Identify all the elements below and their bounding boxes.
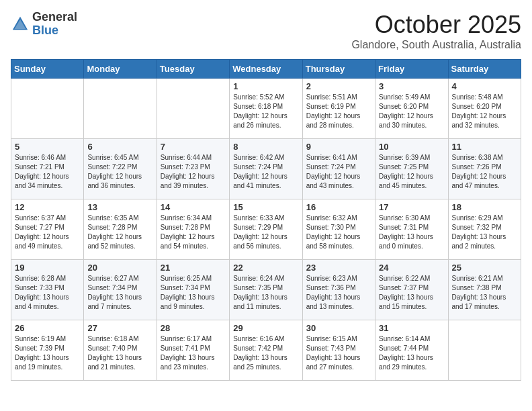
day-info: Sunrise: 6:16 AM Sunset: 7:42 PM Dayligh…	[233, 334, 298, 372]
calendar-cell: 23Sunrise: 6:23 AM Sunset: 7:36 PM Dayli…	[302, 260, 375, 320]
day-info: Sunrise: 6:46 AM Sunset: 7:21 PM Dayligh…	[15, 153, 80, 191]
calendar-cell: 31Sunrise: 6:14 AM Sunset: 7:44 PM Dayli…	[375, 320, 448, 381]
calendar-week-4: 19Sunrise: 6:28 AM Sunset: 7:33 PM Dayli…	[11, 260, 521, 320]
day-info: Sunrise: 6:32 AM Sunset: 7:30 PM Dayligh…	[306, 214, 371, 251]
day-info: Sunrise: 6:19 AM Sunset: 7:39 PM Dayligh…	[15, 334, 80, 372]
day-info: Sunrise: 6:27 AM Sunset: 7:34 PM Dayligh…	[87, 274, 152, 312]
calendar-cell	[157, 79, 229, 139]
day-info: Sunrise: 6:28 AM Sunset: 7:33 PM Dayligh…	[15, 274, 80, 312]
day-number: 2	[306, 81, 371, 91]
calendar-cell: 9Sunrise: 6:41 AM Sunset: 7:24 PM Daylig…	[302, 139, 375, 199]
calendar-cell: 13Sunrise: 6:35 AM Sunset: 7:28 PM Dayli…	[84, 199, 157, 260]
day-number: 16	[306, 202, 371, 212]
calendar-week-1: 1Sunrise: 5:52 AM Sunset: 6:18 PM Daylig…	[11, 79, 521, 139]
calendar-cell: 8Sunrise: 6:42 AM Sunset: 7:24 PM Daylig…	[230, 139, 302, 199]
calendar-cell: 7Sunrise: 6:44 AM Sunset: 7:23 PM Daylig…	[157, 139, 229, 199]
day-number: 5	[15, 142, 80, 152]
calendar-cell: 18Sunrise: 6:29 AM Sunset: 7:32 PM Dayli…	[448, 199, 521, 260]
day-number: 20	[87, 263, 152, 273]
day-info: Sunrise: 6:18 AM Sunset: 7:40 PM Dayligh…	[87, 334, 152, 372]
day-number: 23	[306, 263, 371, 273]
day-info: Sunrise: 6:25 AM Sunset: 7:34 PM Dayligh…	[161, 274, 226, 312]
day-info: Sunrise: 6:34 AM Sunset: 7:28 PM Dayligh…	[161, 214, 226, 251]
day-info: Sunrise: 6:41 AM Sunset: 7:24 PM Dayligh…	[306, 153, 371, 191]
day-number: 21	[161, 263, 226, 273]
calendar-cell: 6Sunrise: 6:45 AM Sunset: 7:22 PM Daylig…	[84, 139, 157, 199]
calendar-cell: 10Sunrise: 6:39 AM Sunset: 7:25 PM Dayli…	[375, 139, 448, 199]
calendar-cell: 2Sunrise: 5:51 AM Sunset: 6:19 PM Daylig…	[302, 79, 375, 139]
day-number: 12	[15, 202, 80, 212]
day-number: 10	[379, 142, 444, 152]
day-info: Sunrise: 6:37 AM Sunset: 7:27 PM Dayligh…	[15, 214, 80, 251]
calendar-cell: 3Sunrise: 5:49 AM Sunset: 6:20 PM Daylig…	[375, 79, 448, 139]
weekday-header-thursday: Thursday	[302, 60, 375, 79]
calendar-cell: 26Sunrise: 6:19 AM Sunset: 7:39 PM Dayli…	[11, 320, 84, 381]
day-number: 4	[452, 81, 517, 91]
calendar-cell: 5Sunrise: 6:46 AM Sunset: 7:21 PM Daylig…	[11, 139, 84, 199]
day-info: Sunrise: 6:39 AM Sunset: 7:25 PM Dayligh…	[379, 153, 444, 191]
day-number: 31	[379, 323, 444, 333]
day-number: 3	[379, 81, 444, 91]
day-info: Sunrise: 6:15 AM Sunset: 7:43 PM Dayligh…	[306, 334, 371, 372]
day-number: 27	[87, 323, 152, 333]
calendar-cell: 16Sunrise: 6:32 AM Sunset: 7:30 PM Dayli…	[302, 199, 375, 260]
day-number: 22	[233, 263, 298, 273]
calendar-cell: 17Sunrise: 6:30 AM Sunset: 7:31 PM Dayli…	[375, 199, 448, 260]
logo-text: General Blue	[32, 11, 77, 38]
calendar-cell	[448, 320, 521, 381]
day-number: 29	[233, 323, 298, 333]
day-number: 30	[306, 323, 371, 333]
calendar-cell: 30Sunrise: 6:15 AM Sunset: 7:43 PM Dayli…	[302, 320, 375, 381]
calendar-cell: 27Sunrise: 6:18 AM Sunset: 7:40 PM Dayli…	[84, 320, 157, 381]
day-info: Sunrise: 6:17 AM Sunset: 7:41 PM Dayligh…	[161, 334, 226, 372]
calendar-cell: 4Sunrise: 5:48 AM Sunset: 6:20 PM Daylig…	[448, 79, 521, 139]
title-section: October 2025 Glandore, South Australia, …	[351, 11, 521, 51]
day-info: Sunrise: 6:33 AM Sunset: 7:29 PM Dayligh…	[233, 214, 298, 251]
weekday-header-row: SundayMondayTuesdayWednesdayThursdayFrid…	[11, 60, 521, 79]
page-header: General Blue October 2025 Glandore, Sout…	[11, 11, 521, 51]
calendar-cell: 28Sunrise: 6:17 AM Sunset: 7:41 PM Dayli…	[157, 320, 229, 381]
weekday-header-friday: Friday	[375, 60, 448, 79]
calendar-cell	[11, 79, 84, 139]
day-info: Sunrise: 6:23 AM Sunset: 7:36 PM Dayligh…	[306, 274, 371, 312]
weekday-header-wednesday: Wednesday	[230, 60, 302, 79]
day-info: Sunrise: 6:22 AM Sunset: 7:37 PM Dayligh…	[379, 274, 444, 312]
day-number: 8	[233, 142, 298, 152]
logo-general-text: General	[32, 11, 77, 24]
calendar-cell: 11Sunrise: 6:38 AM Sunset: 7:26 PM Dayli…	[448, 139, 521, 199]
day-number: 11	[452, 142, 517, 152]
day-number: 24	[379, 263, 444, 273]
calendar-cell: 21Sunrise: 6:25 AM Sunset: 7:34 PM Dayli…	[157, 260, 229, 320]
day-info: Sunrise: 6:35 AM Sunset: 7:28 PM Dayligh…	[87, 214, 152, 251]
day-number: 17	[379, 202, 444, 212]
day-number: 19	[15, 263, 80, 273]
day-number: 18	[452, 202, 517, 212]
location-title: Glandore, South Australia, Australia	[351, 39, 521, 51]
weekday-header-tuesday: Tuesday	[157, 60, 229, 79]
calendar-week-3: 12Sunrise: 6:37 AM Sunset: 7:27 PM Dayli…	[11, 199, 521, 260]
calendar-cell: 19Sunrise: 6:28 AM Sunset: 7:33 PM Dayli…	[11, 260, 84, 320]
calendar-cell: 22Sunrise: 6:24 AM Sunset: 7:35 PM Dayli…	[230, 260, 302, 320]
day-info: Sunrise: 6:21 AM Sunset: 7:38 PM Dayligh…	[452, 274, 517, 312]
logo-icon	[11, 15, 30, 34]
day-info: Sunrise: 6:44 AM Sunset: 7:23 PM Dayligh…	[161, 153, 226, 191]
calendar-cell: 25Sunrise: 6:21 AM Sunset: 7:38 PM Dayli…	[448, 260, 521, 320]
logo: General Blue	[11, 11, 77, 38]
weekday-header-monday: Monday	[84, 60, 157, 79]
calendar-cell: 12Sunrise: 6:37 AM Sunset: 7:27 PM Dayli…	[11, 199, 84, 260]
calendar-cell	[84, 79, 157, 139]
day-info: Sunrise: 6:24 AM Sunset: 7:35 PM Dayligh…	[233, 274, 298, 312]
day-info: Sunrise: 5:49 AM Sunset: 6:20 PM Dayligh…	[379, 93, 444, 130]
weekday-header-sunday: Sunday	[11, 60, 84, 79]
day-info: Sunrise: 6:42 AM Sunset: 7:24 PM Dayligh…	[233, 153, 298, 191]
day-number: 1	[233, 81, 298, 91]
calendar-cell: 20Sunrise: 6:27 AM Sunset: 7:34 PM Dayli…	[84, 260, 157, 320]
day-number: 26	[15, 323, 80, 333]
day-number: 9	[306, 142, 371, 152]
day-number: 25	[452, 263, 517, 273]
day-info: Sunrise: 5:51 AM Sunset: 6:19 PM Dayligh…	[306, 93, 371, 130]
day-info: Sunrise: 6:38 AM Sunset: 7:26 PM Dayligh…	[452, 153, 517, 191]
day-info: Sunrise: 5:52 AM Sunset: 6:18 PM Dayligh…	[233, 93, 298, 130]
day-info: Sunrise: 6:29 AM Sunset: 7:32 PM Dayligh…	[452, 214, 517, 251]
calendar-cell: 29Sunrise: 6:16 AM Sunset: 7:42 PM Dayli…	[230, 320, 302, 381]
